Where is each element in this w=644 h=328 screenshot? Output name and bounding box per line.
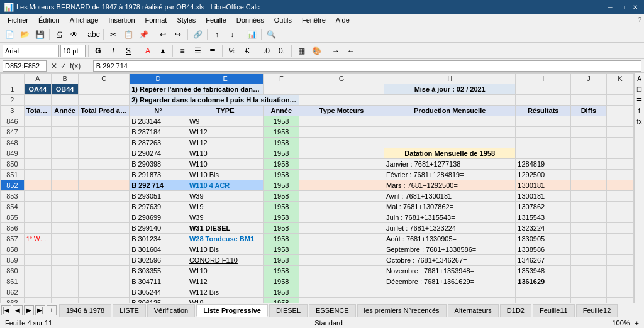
- cell-f853[interactable]: 1958: [264, 191, 299, 202]
- cell-c853[interactable]: [79, 191, 130, 202]
- cell-a1[interactable]: OA44: [24, 84, 51, 95]
- print-button[interactable]: 🖨: [52, 28, 66, 41]
- cell-a855[interactable]: [24, 212, 51, 223]
- cell-a850[interactable]: [24, 159, 51, 170]
- cell-a862[interactable]: [24, 287, 51, 298]
- spell-button[interactable]: abc: [87, 28, 101, 41]
- cell-c858[interactable]: [79, 244, 130, 255]
- tab-liste[interactable]: LISTE: [113, 304, 146, 317]
- cell-g854[interactable]: [299, 202, 384, 212]
- cell-a854[interactable]: [24, 202, 51, 212]
- cell-f3[interactable]: Année: [264, 106, 299, 116]
- cell-j860[interactable]: [571, 266, 607, 276]
- cell-b859[interactable]: [51, 255, 78, 266]
- copy-button[interactable]: 📋: [121, 28, 135, 41]
- add-sheet-button[interactable]: +: [47, 305, 57, 315]
- col-header-j[interactable]: J: [571, 74, 607, 84]
- cell-d858[interactable]: B 301604: [130, 244, 187, 255]
- cell-g855[interactable]: [299, 212, 384, 223]
- cell-d846[interactable]: B 283144: [130, 116, 187, 127]
- menu-donnees[interactable]: Données: [231, 15, 269, 25]
- cell-i1[interactable]: [516, 84, 571, 95]
- cell-k855[interactable]: [606, 212, 633, 223]
- cell-e861[interactable]: W112: [187, 276, 263, 287]
- paste-button[interactable]: 📌: [136, 28, 150, 41]
- cell-d847[interactable]: B 287184: [130, 127, 187, 138]
- font-size-input[interactable]: [60, 45, 86, 57]
- indent-button[interactable]: →: [329, 44, 343, 58]
- cell-k2[interactable]: [606, 95, 633, 106]
- cell-g849[interactable]: [299, 148, 384, 159]
- cell-j847[interactable]: [571, 127, 607, 138]
- col-header-k[interactable]: K: [606, 74, 633, 84]
- cell-d853[interactable]: B 293051: [130, 191, 187, 202]
- cell-k859[interactable]: [606, 255, 633, 266]
- cell-h862[interactable]: [384, 287, 516, 298]
- cell-e859[interactable]: CONORD F110: [187, 255, 263, 266]
- cell-b2[interactable]: [51, 95, 78, 106]
- cell-j852[interactable]: [571, 180, 607, 191]
- cell-d863[interactable]: B 306125: [130, 298, 187, 303]
- cell-i3[interactable]: Résultats: [516, 106, 571, 116]
- cell-k860[interactable]: [606, 266, 633, 276]
- cell-c854[interactable]: [79, 202, 130, 212]
- tab-1946-1978[interactable]: 1946 à 1978: [59, 304, 111, 317]
- borders-button[interactable]: ▦: [294, 44, 308, 58]
- cell-j3[interactable]: Diffs: [571, 106, 607, 116]
- new-button[interactable]: 📄: [3, 28, 16, 41]
- cell-f859[interactable]: 1958: [264, 255, 299, 266]
- cell-e860[interactable]: W110: [187, 266, 263, 276]
- cell-h853[interactable]: Avril : 7681+1300181=: [384, 191, 516, 202]
- dec-decimal-button[interactable]: 0.: [275, 44, 289, 58]
- cell-j859[interactable]: [571, 255, 607, 266]
- tab-last-button[interactable]: ▶|: [35, 305, 45, 315]
- cell-b856[interactable]: [51, 223, 78, 234]
- cell-b860[interactable]: [51, 266, 78, 276]
- cell-i863[interactable]: [516, 298, 571, 303]
- cell-h863[interactable]: [384, 298, 516, 303]
- cell-h846[interactable]: [384, 116, 516, 127]
- cell-j855[interactable]: [571, 212, 607, 223]
- cell-j862[interactable]: [571, 287, 607, 298]
- cell-j854[interactable]: [571, 202, 607, 212]
- cell-i853[interactable]: 1300181: [516, 191, 571, 202]
- accept-formula-button[interactable]: ✓: [59, 62, 68, 70]
- sort-asc-button[interactable]: ↑: [210, 28, 224, 41]
- cell-b847[interactable]: [51, 127, 78, 138]
- menu-affichage[interactable]: Affichage: [65, 15, 104, 25]
- cell-c863[interactable]: [79, 298, 130, 303]
- cell-c847[interactable]: [79, 127, 130, 138]
- cell-g853[interactable]: [299, 191, 384, 202]
- cell-c3[interactable]: Total Prod au 31/12: [79, 106, 130, 116]
- menu-insertion[interactable]: Insertion: [103, 15, 140, 25]
- cell-h852[interactable]: Mars : 7681+1292500=: [384, 180, 516, 191]
- cell-j858[interactable]: [571, 244, 607, 255]
- cell-b854[interactable]: [51, 202, 78, 212]
- cell-e854[interactable]: W19: [187, 202, 263, 212]
- align-right-button[interactable]: ≣: [206, 44, 219, 58]
- cell-g2[interactable]: [299, 95, 384, 106]
- cell-k851[interactable]: [606, 170, 633, 180]
- formula-input[interactable]: [93, 60, 641, 72]
- tab-d1d2[interactable]: D1D2: [500, 304, 531, 317]
- cell-a852[interactable]: [24, 180, 51, 191]
- cell-i846[interactable]: [516, 116, 571, 127]
- sidebar-navigator-icon[interactable]: ☰: [635, 96, 643, 105]
- cell-b857[interactable]: [51, 234, 78, 244]
- save-button[interactable]: 💾: [33, 28, 47, 41]
- cell-f856[interactable]: 1958: [264, 223, 299, 234]
- sidebar-styles-icon[interactable]: A: [636, 74, 643, 84]
- cell-i862[interactable]: [516, 287, 571, 298]
- cell-f1[interactable]: [264, 84, 299, 95]
- col-header-d[interactable]: D: [130, 74, 187, 84]
- tab-feuille11[interactable]: Feuille11: [533, 304, 575, 317]
- menu-aide[interactable]: Aide: [331, 15, 355, 25]
- cell-a848[interactable]: [24, 138, 51, 148]
- spreadsheet-area[interactable]: A B C D E F G H I J K: [0, 73, 634, 303]
- cell-k849[interactable]: [606, 148, 633, 159]
- cell-a847[interactable]: [24, 127, 51, 138]
- cell-d860[interactable]: B 303355: [130, 266, 187, 276]
- menu-styles[interactable]: Styles: [172, 15, 201, 25]
- cell-j863[interactable]: [571, 298, 607, 303]
- cell-f863[interactable]: 1958: [264, 298, 299, 303]
